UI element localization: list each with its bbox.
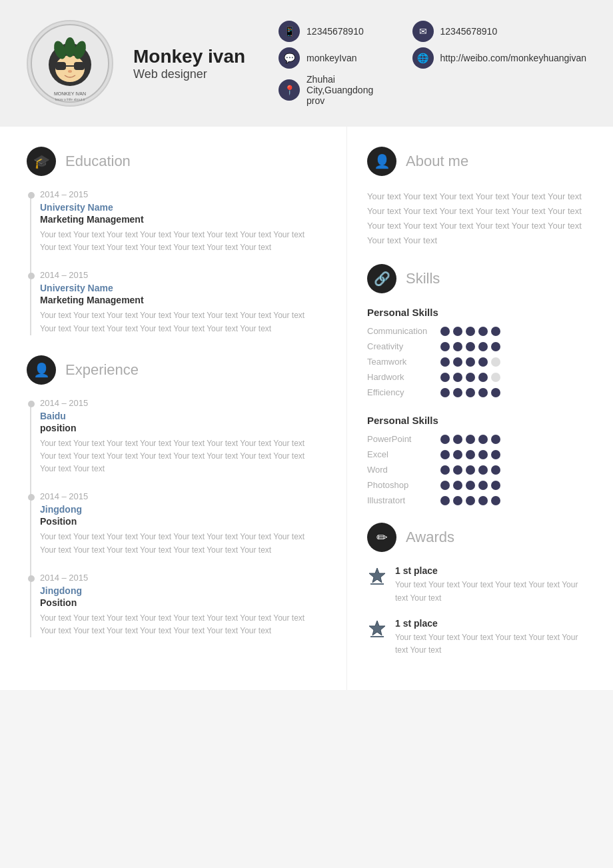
award-title-2: 1 st place [395, 618, 593, 629]
skill-photoshop: Photoshop [367, 480, 593, 490]
dot [466, 357, 475, 367]
exp-year-3: 2014 – 2015 [40, 573, 320, 583]
dot [491, 342, 500, 351]
awards-title: Awards [406, 529, 454, 546]
weibo-icon: 🌐 [412, 47, 434, 69]
award-content-2: 1 st place Your text Your text Your text… [395, 618, 593, 657]
dot [478, 327, 488, 336]
exp-text-3: Your text Your text Your text Your text … [40, 612, 320, 637]
exp-org-1: Baidu [40, 411, 320, 421]
skill-label: Illustratort [367, 495, 440, 505]
skill-dots [440, 450, 500, 459]
location-contact: 📍 Zhuhai City,Guangdong prov [279, 74, 392, 106]
exp-role-2: Position [40, 516, 320, 527]
location-icon: 📍 [279, 79, 300, 101]
dot [440, 465, 450, 475]
dot [440, 373, 450, 382]
dot [478, 342, 488, 351]
left-column: 🎓 Education 2014 – 2015 University Name … [0, 127, 346, 690]
education-icon: 🎓 [27, 147, 56, 176]
dot [466, 327, 475, 336]
header-section: MONKEY IVAN know a little about it Monke… [0, 0, 613, 127]
dot [466, 496, 475, 505]
dot [440, 388, 450, 397]
education-title: Education [65, 153, 131, 170]
svg-point-8 [65, 37, 75, 57]
wechat-contact: 💬 monkeyIvan [279, 47, 392, 69]
timeline-dot [28, 575, 35, 582]
dot [453, 357, 462, 367]
exp-role-1: position [40, 423, 320, 433]
skill-dots-efficiency [440, 388, 500, 397]
dot [466, 465, 475, 475]
education-item-2: 2014 – 2015 University Name Marketing Ma… [40, 270, 320, 335]
education-timeline: 2014 – 2015 University Name Marketing Ma… [27, 189, 320, 335]
awards-section-header: ✏ Awards [367, 523, 593, 552]
experience-section-header: 👤 Experience [27, 355, 320, 385]
dot [466, 435, 475, 444]
skill-label: Excel [367, 449, 440, 459]
dot [440, 435, 450, 444]
dot [466, 388, 475, 397]
skill-teamwork: Teamwork [367, 357, 593, 367]
dot [440, 342, 450, 351]
skill-label: Creativity [367, 341, 440, 351]
email-contact: ✉ 12345678910 [412, 21, 586, 42]
edu-text-2: Your text Your text Your text Your text … [40, 309, 320, 335]
dot [440, 481, 450, 490]
dot [466, 481, 475, 490]
software-skills-title: Personal Skills [367, 415, 593, 426]
award-item-1: 1 st place Your text Your text Your text… [367, 565, 593, 604]
svg-point-6 [68, 70, 72, 73]
svg-rect-4 [74, 62, 85, 70]
skill-dots [440, 465, 500, 475]
dot [440, 327, 450, 336]
skill-label: Hardwork [367, 372, 440, 382]
dot [478, 435, 488, 444]
edu-text-1: Your text Your text Your text Your text … [40, 229, 320, 254]
dot [453, 465, 462, 475]
dot [453, 450, 462, 459]
award-item-2: 1 st place Your text Your text Your text… [367, 618, 593, 657]
svg-rect-3 [55, 62, 66, 70]
skill-label: Teamwork [367, 357, 440, 367]
personal-skills-title: Personal Skills [367, 307, 593, 318]
dot-empty [491, 373, 500, 382]
wechat-value: monkeyIvan [306, 53, 356, 63]
wechat-icon: 💬 [279, 47, 300, 69]
skill-efficiency: Efficiency [367, 387, 593, 397]
exp-item-2: 2014 – 2015 Jingdong Position Your text … [40, 491, 320, 556]
dot [478, 357, 488, 367]
dot [478, 481, 488, 490]
edu-org-2: University Name [40, 283, 320, 293]
dot [491, 388, 500, 397]
timeline-dot [28, 273, 35, 279]
svg-text:know a little about it: know a little about it [55, 97, 85, 101]
skill-label: Communication [367, 326, 440, 336]
dot [453, 388, 462, 397]
dot [491, 450, 500, 459]
skill-label: PowerPoint [367, 434, 440, 444]
skill-word: Word [367, 465, 593, 475]
skill-dots-hardwork [440, 373, 500, 382]
skill-creativity: Creativity [367, 341, 593, 351]
dot [466, 450, 475, 459]
software-skills-list: PowerPoint Excel [367, 434, 593, 505]
exp-text-2: Your text Your text Your text Your text … [40, 531, 320, 556]
exp-year-2: 2014 – 2015 [40, 491, 320, 501]
skill-excel: Excel [367, 449, 593, 459]
awards-list: 1 st place Your text Your text Your text… [367, 565, 593, 657]
exp-text-1: Your text Your text Your text Your text … [40, 437, 320, 476]
exp-item-1: 2014 – 2015 Baidu position Your text You… [40, 398, 320, 476]
exp-org-3: Jingdong [40, 585, 320, 596]
skill-dots [440, 481, 500, 490]
dot [440, 496, 450, 505]
dot [440, 357, 450, 367]
education-section-header: 🎓 Education [27, 147, 320, 176]
edu-role-2: Marketing Management [40, 295, 320, 305]
skills-title: Skills [406, 270, 440, 287]
dot [453, 373, 462, 382]
dot [478, 450, 488, 459]
award-title-1: 1 st place [395, 565, 593, 576]
skills-icon: 🔗 [367, 264, 396, 293]
